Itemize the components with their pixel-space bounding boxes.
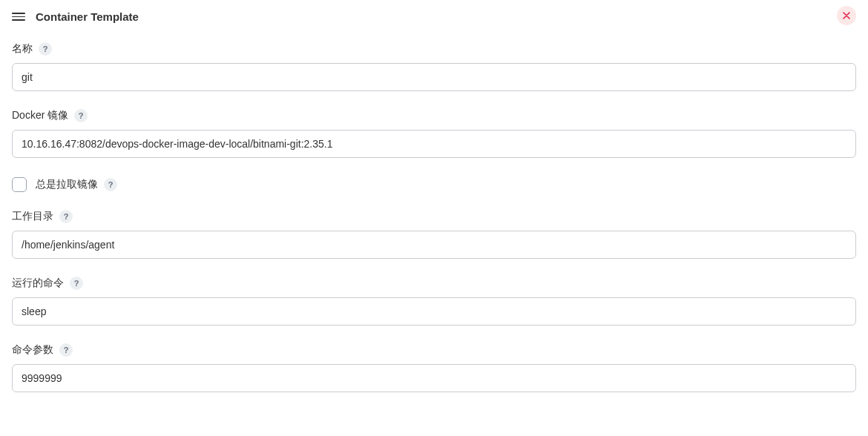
form-container: Container Template 名称 ? Docker 镜像 ? 总是拉取… (0, 0, 868, 404)
always-pull-label: 总是拉取镜像 (36, 178, 98, 191)
args-input[interactable] (12, 364, 856, 392)
close-button[interactable] (837, 6, 856, 25)
field-docker-image-label: Docker 镜像 (12, 109, 68, 122)
field-name-label-row: 名称 ? (12, 42, 856, 56)
field-docker-image-label-row: Docker 镜像 ? (12, 109, 856, 122)
header-bar: Container Template (12, 0, 856, 33)
field-args: 命令参数 ? (12, 343, 856, 392)
help-icon[interactable]: ? (104, 178, 117, 191)
field-name-label: 名称 (12, 42, 33, 56)
help-icon[interactable]: ? (70, 277, 83, 290)
field-command-label-row: 运行的命令 ? (12, 277, 856, 290)
field-name: 名称 ? (12, 42, 856, 91)
field-workdir-label-row: 工作目录 ? (12, 210, 856, 223)
field-always-pull: 总是拉取镜像 ? (12, 177, 856, 192)
field-args-label: 命令参数 (12, 343, 53, 357)
field-args-label-row: 命令参数 ? (12, 343, 856, 357)
docker-image-input[interactable] (12, 130, 856, 158)
close-icon (843, 12, 850, 19)
field-docker-image: Docker 镜像 ? (12, 109, 856, 158)
field-workdir: 工作目录 ? (12, 210, 856, 259)
workdir-input[interactable] (12, 231, 856, 259)
field-command: 运行的命令 ? (12, 277, 856, 326)
help-icon[interactable]: ? (74, 109, 88, 122)
help-icon[interactable]: ? (39, 42, 52, 56)
always-pull-checkbox[interactable] (12, 177, 27, 192)
field-workdir-label: 工作目录 (12, 210, 53, 223)
name-input[interactable] (12, 63, 856, 91)
page-title: Container Template (36, 10, 139, 23)
help-icon[interactable]: ? (59, 343, 73, 357)
command-input[interactable] (12, 297, 856, 326)
menu-icon[interactable] (12, 12, 25, 22)
help-icon[interactable]: ? (59, 210, 73, 223)
field-command-label: 运行的命令 (12, 277, 64, 290)
